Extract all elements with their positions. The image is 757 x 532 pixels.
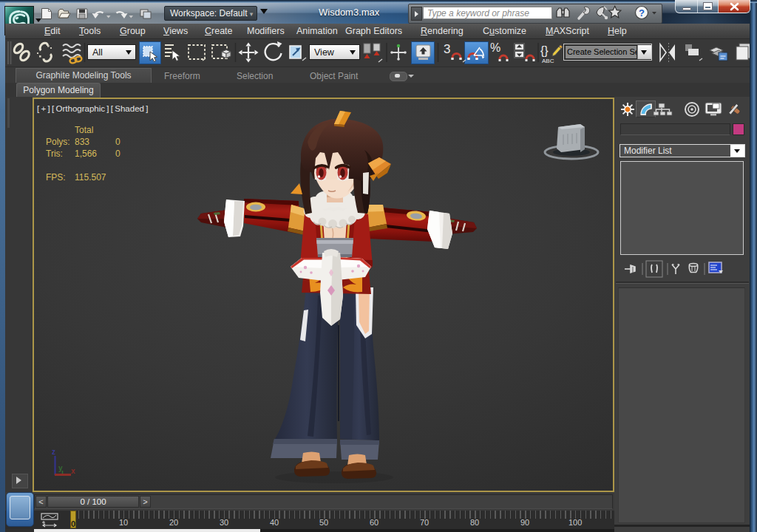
svg-text:{}: {}: [540, 44, 549, 57]
svg-text:z: z: [52, 448, 55, 456]
svg-text:x: x: [71, 467, 75, 475]
svg-text:3: 3: [444, 42, 450, 56]
svg-text:%: %: [490, 41, 500, 54]
svg-text:?: ?: [639, 7, 645, 18]
svg-text:ABC: ABC: [542, 58, 554, 64]
